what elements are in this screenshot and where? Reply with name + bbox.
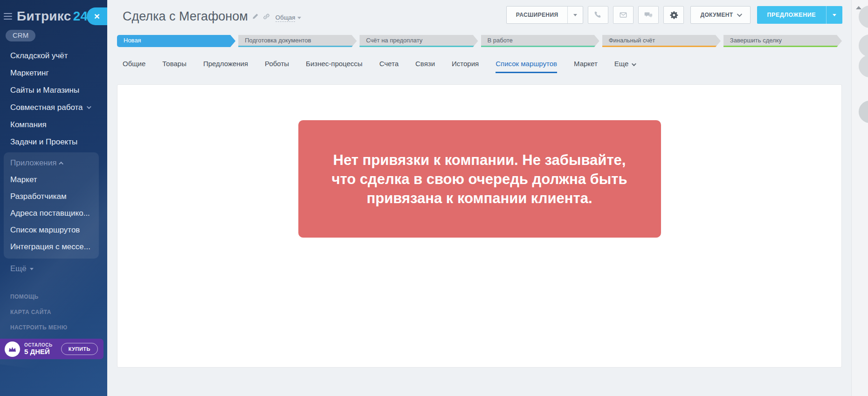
- apps-group: Приложения Маркет Разработчикам Адреса п…: [4, 152, 99, 259]
- tab-products[interactable]: Товары: [162, 57, 186, 72]
- title-row: Сделка с Мегафоном Общая: [123, 7, 301, 25]
- sidebar: Битрикс24 × CRM Складской учёт Маркетинг…: [0, 0, 107, 396]
- sidebar-item-market[interactable]: Маркет: [4, 171, 99, 188]
- tab-robots[interactable]: Роботы: [265, 57, 289, 72]
- chevron-down-icon: [632, 61, 636, 66]
- sidebar-item-developers[interactable]: Разработчикам: [4, 188, 99, 205]
- sidebar-item-marketing[interactable]: Маркетинг: [0, 64, 107, 82]
- page-title: Сделка с Мегафоном: [123, 9, 248, 24]
- chat-bubbles-icon: [644, 11, 653, 19]
- license-remaining: ОСТАЛОСЬ 5 ДНЕЙ: [24, 342, 61, 356]
- deal-tabs: Общие Товары Предложения Роботы Бизнес-п…: [123, 57, 842, 74]
- tab-quotes[interactable]: Предложения: [203, 57, 248, 72]
- sidebar-item-tasks[interactable]: Задачи и Проекты: [0, 133, 107, 150]
- stage-prepayment-invoice[interactable]: Счёт на предоплату: [359, 35, 478, 47]
- main-area: Сделка с Мегафоном Общая РАСШИРЕНИЯ: [107, 0, 868, 396]
- edit-pencil-icon[interactable]: [252, 13, 259, 20]
- sidebar-item-collaboration[interactable]: Совместная работа: [0, 99, 107, 116]
- crm-badge[interactable]: CRM: [6, 30, 35, 41]
- sidebar-item-supplier-addresses[interactable]: Адреса поставщико...: [4, 205, 99, 222]
- hidden-panel-button[interactable]: [859, 55, 868, 77]
- chat-button[interactable]: [638, 6, 659, 24]
- help-link[interactable]: ПОМОЩЬ: [0, 289, 107, 305]
- tab-general[interactable]: Общие: [123, 57, 145, 72]
- proposal-button[interactable]: ПРЕДЛОЖЕНИЕ: [757, 6, 826, 24]
- sidebar-close-button[interactable]: ×: [87, 7, 107, 25]
- warning-message: Нет привязки к компании. Не забывайте, ч…: [327, 150, 632, 208]
- caret-down-icon: [297, 17, 301, 19]
- hidden-panel-button[interactable]: [859, 34, 868, 57]
- scroll-up-arrow-icon[interactable]: [856, 6, 861, 9]
- tab-business-processes[interactable]: Бизнес-процессы: [306, 57, 363, 72]
- license-banner: ОСТАЛОСЬ 5 ДНЕЙ КУПИТЬ: [0, 339, 103, 359]
- caret-down-icon: [573, 14, 577, 16]
- extensions-button[interactable]: РАСШИРЕНИЯ: [507, 7, 568, 23]
- extensions-split-button: РАСШИРЕНИЯ: [506, 6, 584, 24]
- hidden-panel-button[interactable]: [859, 101, 868, 123]
- stage-close-deal[interactable]: Завершить сделку: [723, 35, 842, 47]
- tab-links[interactable]: Связи: [415, 57, 435, 72]
- envelope-icon: [619, 11, 627, 19]
- chevron-down-icon: [737, 12, 742, 17]
- bitrix24-deal-page: Битрикс24 × CRM Складской учёт Маркетинг…: [0, 0, 868, 396]
- sidebar-more-button[interactable]: Ещё: [10, 264, 107, 273]
- right-edge-panel: [851, 0, 868, 396]
- email-button[interactable]: [613, 6, 634, 24]
- app-logo[interactable]: Битрикс24: [17, 9, 88, 24]
- phone-icon: [594, 11, 602, 19]
- link-icon[interactable]: [263, 13, 270, 20]
- document-button[interactable]: ДОКУМЕНТ: [690, 6, 750, 24]
- call-button[interactable]: [588, 6, 608, 24]
- close-icon: ×: [94, 11, 100, 22]
- chevron-up-icon: [59, 161, 64, 166]
- stage-document-preparation[interactable]: Подготовка документов: [238, 35, 357, 47]
- caret-down-icon: [30, 268, 34, 270]
- apps-group-header[interactable]: Приложения: [4, 155, 99, 171]
- deal-stage-bar: Новая Подготовка документов Счёт на пред…: [117, 35, 842, 47]
- hamburger-menu-icon[interactable]: [4, 13, 12, 20]
- configure-menu-link[interactable]: НАСТРОИТЬ МЕНЮ: [0, 320, 107, 335]
- tab-content-card: Нет привязки к компании. Не забывайте, ч…: [117, 84, 842, 368]
- tab-more[interactable]: Еще: [614, 57, 635, 72]
- sidebar-item-route-list[interactable]: Список маршрутов: [4, 222, 99, 239]
- caret-down-icon: [833, 14, 836, 16]
- stage-in-progress[interactable]: В работе: [481, 35, 599, 47]
- proposal-dropdown-button[interactable]: [826, 6, 842, 24]
- crown-icon: [5, 341, 20, 357]
- sidebar-nav: Складской учёт Маркетинг Сайты и Магазин…: [0, 47, 107, 150]
- sidebar-item-messenger-integration[interactable]: Интеграция с мессе...: [4, 239, 99, 255]
- sidebar-item-sites[interactable]: Сайты и Магазины: [0, 82, 107, 99]
- tab-market[interactable]: Маркет: [574, 57, 598, 72]
- tab-invoices[interactable]: Счета: [379, 57, 399, 72]
- stage-new[interactable]: Новая: [117, 35, 235, 47]
- buy-button[interactable]: КУПИТЬ: [61, 343, 98, 355]
- stage-final-invoice[interactable]: Финальный счёт: [602, 35, 721, 47]
- pipeline-selector[interactable]: Общая: [276, 14, 302, 22]
- chevron-down-icon: [87, 104, 91, 109]
- logo-24: 24: [73, 9, 88, 23]
- header-toolbar: РАСШИРЕНИЯ: [506, 6, 842, 24]
- no-company-warning: Нет привязки к компании. Не забывайте, ч…: [298, 120, 661, 238]
- settings-button[interactable]: [663, 6, 684, 24]
- sidebar-item-company[interactable]: Компания: [0, 116, 107, 133]
- sidebar-item-warehouse[interactable]: Складской учёт: [0, 47, 107, 64]
- tab-route-list[interactable]: Список маршрутов: [496, 57, 557, 72]
- sitemap-link[interactable]: КАРТА САЙТА: [0, 305, 107, 320]
- extensions-dropdown-button[interactable]: [567, 7, 583, 23]
- tab-history[interactable]: История: [452, 57, 479, 72]
- gear-icon: [669, 11, 678, 20]
- proposal-split-button: ПРЕДЛОЖЕНИЕ: [757, 6, 842, 24]
